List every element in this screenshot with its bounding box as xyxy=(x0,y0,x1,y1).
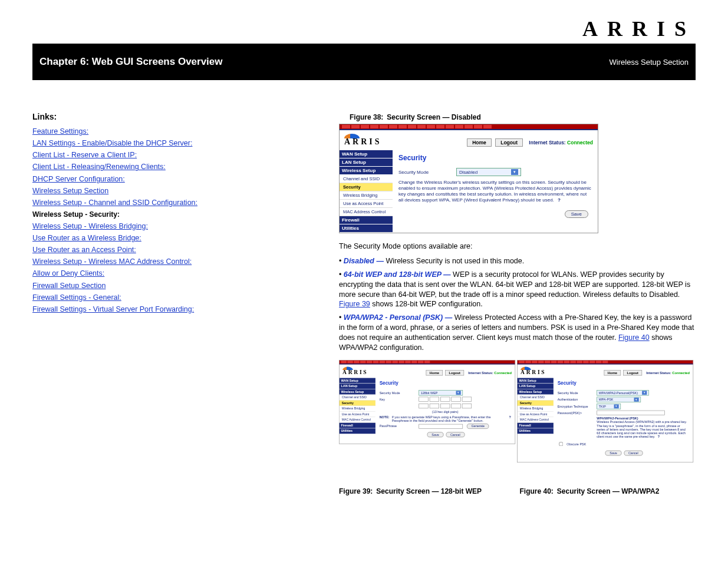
logout-button[interactable]: Logout xyxy=(445,370,464,376)
security-description: Change the Wireless Router's wireless se… xyxy=(398,180,592,203)
panel-title: Security xyxy=(380,380,511,386)
figure-title: Security Screen — WPA/WPA2 xyxy=(557,487,660,495)
router-sidebar: WAN Setup LAN Setup Wireless Setup Chann… xyxy=(340,150,393,233)
toc-current: Wireless Setup - Security: xyxy=(32,210,120,219)
screenshot-security-disabled: ARRIS Home Logout Internet Status: Conne… xyxy=(339,124,598,233)
sidebar-mac-control[interactable]: MAC Address Control xyxy=(340,208,393,216)
toc-title: Links: xyxy=(32,112,315,121)
wep-key-inputs[interactable] xyxy=(419,396,473,402)
sidebar-utilities[interactable]: Utilities xyxy=(340,428,375,434)
passphrase-input[interactable] xyxy=(419,424,463,428)
security-mode-select[interactable]: 128bit WEP▾ xyxy=(419,390,463,396)
toc-link[interactable]: Use Router as a Wireless Bridge: xyxy=(32,233,141,243)
encryption-select[interactable]: TKIP▾ xyxy=(597,404,621,409)
figure-ref[interactable]: Figure 40 xyxy=(618,333,650,342)
wpa-note-title: WPA/WPA2-Personal (PSK) xyxy=(597,416,689,420)
sidebar-security[interactable]: Security xyxy=(340,400,375,406)
toc: Links: Feature Settings: LAN Settings - … xyxy=(32,110,315,498)
sidebar-channel-ssid[interactable]: Channel and SSID xyxy=(340,175,393,183)
screenshot-security-wpa: ARRIS Home Logout Internet Status: Conne… xyxy=(517,360,693,462)
chevron-down-icon: ▾ xyxy=(614,404,619,408)
sidebar-lan[interactable]: LAN Setup xyxy=(340,158,393,167)
cancel-button[interactable]: Cancel xyxy=(446,432,465,437)
sidebar-bridging[interactable]: Wireless Bridging xyxy=(340,191,393,200)
internet-status: Internet Status: Connected xyxy=(646,371,690,375)
psk-input[interactable] xyxy=(597,410,665,415)
toc-link[interactable]: Wireless Setup - Wireless MAC Address Co… xyxy=(32,256,192,267)
home-button[interactable]: Home xyxy=(604,370,621,376)
toc-link[interactable]: Wireless Setup Section xyxy=(32,186,108,196)
figure-ref[interactable]: Figure 39 xyxy=(339,300,370,308)
chevron-down-icon: ▾ xyxy=(642,391,647,395)
toc-link[interactable]: DHCP Server Configuration: xyxy=(32,174,125,184)
sidebar-security[interactable]: Security xyxy=(518,400,554,406)
sidebar-bridging[interactable]: Wireless Bridging xyxy=(518,406,554,412)
toc-link[interactable]: Client List - Releasing/Renewing Clients… xyxy=(32,161,166,172)
sidebar-channel-ssid[interactable]: Channel and SSID xyxy=(340,395,375,401)
save-button[interactable]: Save xyxy=(605,450,621,455)
encryption-label: Encryption Technique xyxy=(558,405,595,408)
figure-label: Figure 38: xyxy=(350,113,383,121)
logout-button[interactable]: Logout xyxy=(495,138,523,147)
panel-title: Security xyxy=(398,154,592,162)
toc-link[interactable]: Feature Settings: xyxy=(32,126,88,137)
toc-link[interactable]: LAN Settings - Enable/Disable the DHCP S… xyxy=(32,138,192,148)
sidebar-mac-control[interactable]: MAC Address Control xyxy=(518,417,554,423)
home-button[interactable]: Home xyxy=(467,138,492,147)
note-label: NOTE: xyxy=(380,415,390,419)
help-icon[interactable]: ? xyxy=(509,415,510,419)
auth-label: Authentication xyxy=(558,398,595,401)
sidebar-wan[interactable]: WAN Setup xyxy=(340,378,375,384)
security-mode-label: Security Mode xyxy=(398,170,453,175)
sidebar-mac-control[interactable]: MAC Address Control xyxy=(340,417,375,423)
help-icon[interactable]: ? xyxy=(558,197,561,203)
sidebar-access-point[interactable]: Use as Access Point xyxy=(518,411,554,417)
sidebar-wan[interactable]: WAN Setup xyxy=(518,378,554,384)
router-logo: ARRIS xyxy=(521,369,546,375)
generate-button[interactable]: Generate xyxy=(467,424,489,429)
psk-label: Password(PSK)> xyxy=(558,411,595,414)
help-icon[interactable]: ? xyxy=(658,435,660,438)
logout-button[interactable]: Logout xyxy=(623,370,642,376)
home-button[interactable]: Home xyxy=(426,370,443,376)
toc-link[interactable]: Firewall Settings - Virtual Server Port … xyxy=(32,304,194,315)
toc-link[interactable]: Wireless Setup - Channel and SSID Config… xyxy=(32,197,197,208)
toc-link[interactable]: Wireless Setup - Wireless Bridging: xyxy=(32,221,148,232)
sidebar-bridging[interactable]: Wireless Bridging xyxy=(340,406,375,412)
sidebar-wireless[interactable]: Wireless Setup xyxy=(340,167,393,175)
obscure-psk-checkbox[interactable] xyxy=(559,442,563,446)
toc-link[interactable]: Client List - Reserve a Client IP: xyxy=(32,150,137,160)
security-mode-select[interactable]: Disabled▾ xyxy=(456,168,521,176)
chapter-title: Chapter 6: Web GUI Screens Overview xyxy=(39,56,223,68)
screenshot-security-wep: ARRIS Home Logout Internet Status: Conne… xyxy=(339,360,515,444)
figure-label: Figure 40: xyxy=(520,487,554,495)
internet-status: Internet Status: Connected xyxy=(529,140,593,146)
auth-select[interactable]: WPA-PSK▾ xyxy=(597,396,641,402)
figure-label: Figure 39: xyxy=(339,487,373,495)
wep-key-inputs[interactable] xyxy=(419,404,473,409)
sidebar-wireless[interactable]: Wireless Setup xyxy=(340,389,375,395)
sidebar-firewall[interactable]: Firewall xyxy=(340,423,375,429)
figure-title: Security Screen — 128-bit WEP xyxy=(376,487,482,495)
toc-link[interactable]: Use Router as an Access Point: xyxy=(32,244,136,255)
toc-link[interactable]: Allow or Deny Clients: xyxy=(32,268,104,279)
security-mode-select[interactable]: WPA/WPA2-Personal(PSK)▾ xyxy=(597,390,648,396)
cancel-button[interactable]: Cancel xyxy=(624,450,643,455)
sidebar-channel-ssid[interactable]: Channel and SSID xyxy=(518,395,554,401)
sidebar-security[interactable]: Security xyxy=(340,183,393,191)
sidebar-lan[interactable]: LAN Setup xyxy=(518,384,554,389)
sidebar-access-point[interactable]: Use as Access Point xyxy=(340,200,393,208)
save-button[interactable]: Save xyxy=(565,210,588,218)
toc-link[interactable]: Firewall Setup Section xyxy=(32,280,106,291)
sidebar-firewall[interactable]: Firewall xyxy=(518,423,554,429)
sidebar-utilities[interactable]: Utilities xyxy=(518,428,554,434)
sidebar-wireless[interactable]: Wireless Setup xyxy=(518,389,554,395)
toc-link[interactable]: Firewall Settings - General: xyxy=(32,292,121,303)
sidebar-utilities[interactable]: Utilities xyxy=(340,224,393,233)
sidebar-firewall[interactable]: Firewall xyxy=(340,216,393,224)
save-button[interactable]: Save xyxy=(427,432,443,437)
sidebar-wan[interactable]: WAN Setup xyxy=(340,150,393,158)
sidebar-lan[interactable]: LAN Setup xyxy=(340,384,375,389)
chevron-down-icon: ▾ xyxy=(456,391,461,395)
sidebar-access-point[interactable]: Use as Access Point xyxy=(340,411,375,417)
